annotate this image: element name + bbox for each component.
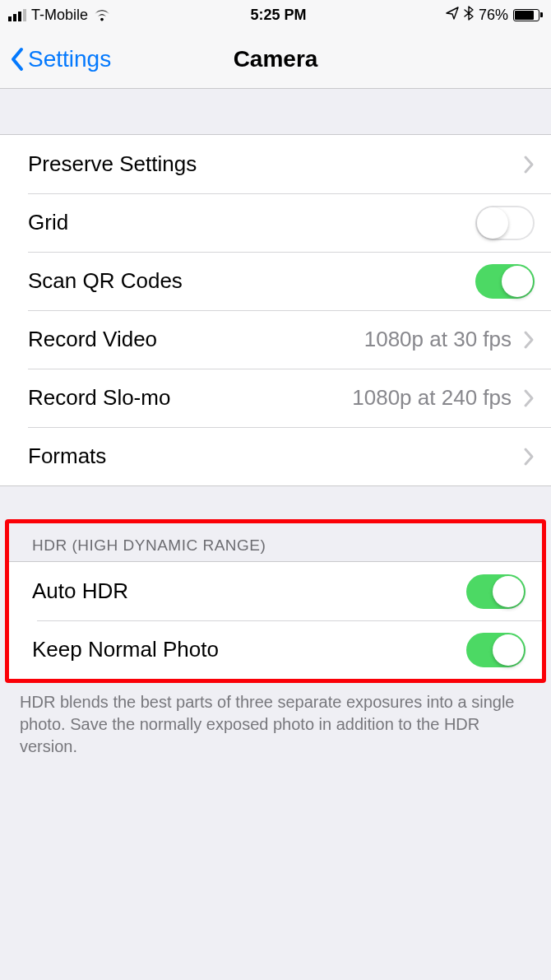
row-preserve-settings[interactable]: Preserve Settings [0,135,551,193]
chevron-right-icon [523,388,535,408]
hdr-footer-text: HDR blends the best parts of three separ… [0,683,551,758]
back-label: Settings [28,46,111,72]
status-left: T-Mobile [8,7,111,24]
toggle-scan-qr[interactable] [475,264,535,299]
battery-pct: 76% [479,7,508,24]
section-gap [0,486,551,519]
row-auto-hdr[interactable]: Auto HDR [9,562,542,620]
row-keep-normal[interactable]: Keep Normal Photo [9,620,542,679]
chevron-left-icon [10,47,25,72]
row-label: Keep Normal Photo [32,637,466,662]
section-header-hdr: HDR (HIGH DYNAMIC RANGE) [9,523,542,561]
settings-group-hdr: Auto HDR Keep Normal Photo [9,561,542,679]
row-detail: 1080p at 240 fps [352,385,512,411]
chevron-right-icon [523,447,535,467]
row-label: Record Video [28,327,364,352]
row-label: Record Slo-mo [28,385,352,411]
status-time: 5:25 PM [250,7,306,24]
toggle-keep-normal[interactable] [466,633,526,667]
row-label: Scan QR Codes [28,268,475,294]
section-gap [0,89,551,134]
row-label: Preserve Settings [28,151,523,177]
toggle-auto-hdr[interactable] [466,574,526,609]
battery-icon [513,9,543,21]
bluetooth-icon [464,6,474,25]
row-detail: 1080p at 30 fps [364,327,512,352]
status-bar: T-Mobile 5:25 PM 76% [0,0,551,30]
row-label: Auto HDR [32,578,466,604]
nav-bar: Settings Camera [0,30,551,89]
row-label: Grid [28,210,475,235]
row-record-video[interactable]: Record Video 1080p at 30 fps [0,310,551,369]
status-right: 76% [446,6,543,25]
location-icon [446,7,459,24]
hdr-highlight-box: HDR (HIGH DYNAMIC RANGE) Auto HDR Keep N… [5,519,546,683]
row-formats[interactable]: Formats [0,427,551,485]
signal-bars-icon [8,9,26,21]
row-label: Formats [28,444,523,469]
toggle-grid[interactable] [475,206,535,240]
row-scan-qr[interactable]: Scan QR Codes [0,252,551,310]
wifi-icon [93,8,111,21]
settings-group-main: Preserve Settings Grid Scan QR Codes Rec… [0,134,551,486]
row-grid[interactable]: Grid [0,193,551,252]
back-button[interactable]: Settings [10,46,111,72]
carrier-label: T-Mobile [31,7,88,24]
row-record-slomo[interactable]: Record Slo-mo 1080p at 240 fps [0,369,551,427]
chevron-right-icon [523,155,535,174]
chevron-right-icon [523,330,535,350]
